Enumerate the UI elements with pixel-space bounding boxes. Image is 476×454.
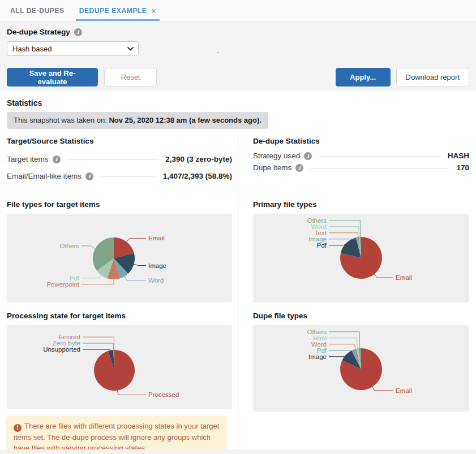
pie-label-line (83, 349, 111, 351)
pie-label-line (329, 220, 361, 238)
pie-label-line (329, 344, 356, 350)
tab-all-dedupes-label: ALL DE-DUPES (10, 7, 65, 15)
processing-state-warning: !There are files with different processi… (7, 416, 226, 454)
pie-label-line (126, 238, 146, 243)
reset-button[interactable]: Reset (104, 68, 157, 87)
statistics-section: Statistics This snapshot was taken on: N… (0, 90, 476, 454)
stat-value: 2,390 (3 zero-byte) (165, 155, 232, 163)
pie-label-image: Image (148, 262, 166, 269)
primary-file-types-chart-title: Primary file types (253, 200, 469, 209)
info-icon[interactable]: i (295, 164, 303, 172)
pie-label-image: Image (308, 353, 327, 360)
pie-label-line (372, 386, 393, 391)
stat-label: Email/Email-like items (7, 172, 82, 180)
pie-label-powerpoint: Powerpoint (46, 281, 79, 288)
processing-state-chart-panel: ProcessedErroredZero-byteUnsupported (7, 325, 232, 409)
right-column: De-dupe Statistics Strategy used i HASH … (253, 137, 469, 454)
strategy-section: De-dupe Strategy i . Hash based Save and… (0, 21, 476, 90)
strategy-used-row: Strategy used i HASH (253, 152, 469, 160)
pie-label-others: Others (59, 243, 79, 249)
pie-label-line (329, 227, 359, 238)
leader-line (319, 156, 440, 157)
stat-label: Strategy used (253, 152, 300, 160)
processing-state-chart-title: Processing state for target items (7, 312, 232, 320)
pie-label-line (82, 278, 114, 284)
info-icon[interactable]: i (53, 155, 61, 163)
primary-file-types-chart-panel: EmailOthersWordTextImagePdf (253, 214, 469, 302)
stat-value: 170 (456, 163, 469, 172)
info-icon[interactable]: i (85, 172, 93, 180)
file-types-pie-chart: EmailImageWordOthersPdfPowerpoint (7, 214, 232, 302)
pie-label-email: Email (148, 235, 165, 241)
leader-line (67, 159, 159, 160)
pie-label-line (83, 337, 114, 351)
file-types-chart-panel: EmailImageWordOthersPdfPowerpoint (7, 214, 232, 302)
snapshot-prefix: This snapshot was taken on: (14, 116, 109, 124)
pie-label-line (329, 356, 347, 357)
dupe-file-types-chart-title: Dupe file types (253, 312, 469, 320)
pie-label-line (82, 246, 96, 249)
pie-label-line (374, 273, 393, 278)
pie-label-line (117, 390, 146, 395)
email-items-row: Email/Email-like items i 1,407/2,393 (58… (7, 172, 232, 180)
strategy-select[interactable]: Hash based (7, 41, 139, 56)
stat-label: Target items (7, 155, 49, 163)
target-items-row: Target items i 2,390 (3 zero-byte) (7, 155, 232, 163)
pie-label-email: Email (396, 387, 412, 394)
warning-icon: ! (14, 424, 22, 432)
bottom-strip (0, 449, 476, 454)
pie-label-line (329, 332, 360, 349)
pie-label-line (329, 244, 347, 245)
download-report-button[interactable]: Download report (396, 68, 469, 87)
pie-label-processed: Processed (148, 391, 179, 398)
target-source-title: Target/Source Statistics (7, 137, 232, 145)
pie-label-line (329, 233, 358, 239)
primary-file-types-pie-chart: EmailOthersWordTextImagePdf (253, 214, 469, 302)
tab-dedupe-example[interactable]: DEDUPE EXAMPLE × (76, 0, 160, 21)
pie-label-unsupported: Unsupported (43, 346, 80, 353)
apply-button[interactable]: Apply... (336, 68, 391, 87)
pie-label-line (133, 264, 146, 266)
pie-label-line (82, 274, 102, 278)
strategy-label: De-dupe Strategy (7, 28, 70, 36)
pie-label-email: Email (396, 274, 412, 281)
pie-label-line (124, 275, 146, 280)
column-divider (238, 137, 238, 454)
tab-all-dedupes[interactable]: ALL DE-DUPES (7, 0, 68, 21)
stat-label: Dupe items (253, 163, 291, 172)
dedupe-page: ALL DE-DUPES DEDUPE EXAMPLE × De-dupe St… (0, 0, 476, 454)
tab-dedupe-example-label: DEDUPE EXAMPLE (79, 7, 147, 15)
pie-label-line (83, 343, 114, 351)
stat-value: HASH (448, 152, 469, 160)
pie-label-word: Word (148, 277, 164, 284)
dupe-items-row: Dupe items i 170 (253, 163, 469, 172)
dedupe-stats-title: De-dupe Statistics (253, 137, 469, 145)
warning-text: There are files with different processin… (14, 422, 219, 452)
pie-label-pdf: Pdf (317, 242, 327, 249)
snapshot-timestamp: Nov 25, 2020 12:38 am (a few seconds ago… (109, 116, 261, 124)
save-and-reevaluate-button[interactable]: Save and Re-evaluate (7, 68, 98, 87)
info-icon[interactable]: i (304, 152, 312, 160)
left-column: Target/Source Statistics Target items i … (7, 137, 232, 454)
statistics-title: Statistics (7, 98, 469, 107)
info-icon[interactable]: i (74, 28, 82, 36)
stat-value: 1,407/2,393 (58.8%) (163, 172, 232, 180)
pie-label-line (329, 351, 354, 351)
snapshot-banner: This snapshot was taken on: Nov 25, 2020… (7, 112, 268, 129)
file-types-chart-title: File types for target items (7, 200, 232, 209)
leader-line (100, 176, 156, 177)
processing-state-pie-chart: ProcessedErroredZero-byteUnsupported (7, 325, 232, 409)
pie-label-line (329, 338, 358, 350)
dupe-file-types-pie-chart: EmailOthersHtmlWordPdfImage (253, 325, 469, 412)
tab-bar: ALL DE-DUPES DEDUPE EXAMPLE × (0, 0, 476, 21)
close-icon[interactable]: × (151, 7, 156, 15)
leader-line (310, 168, 449, 168)
stray-mark: . (217, 46, 219, 55)
dupe-file-types-chart-panel: EmailOthersHtmlWordPdfImage (253, 325, 469, 412)
